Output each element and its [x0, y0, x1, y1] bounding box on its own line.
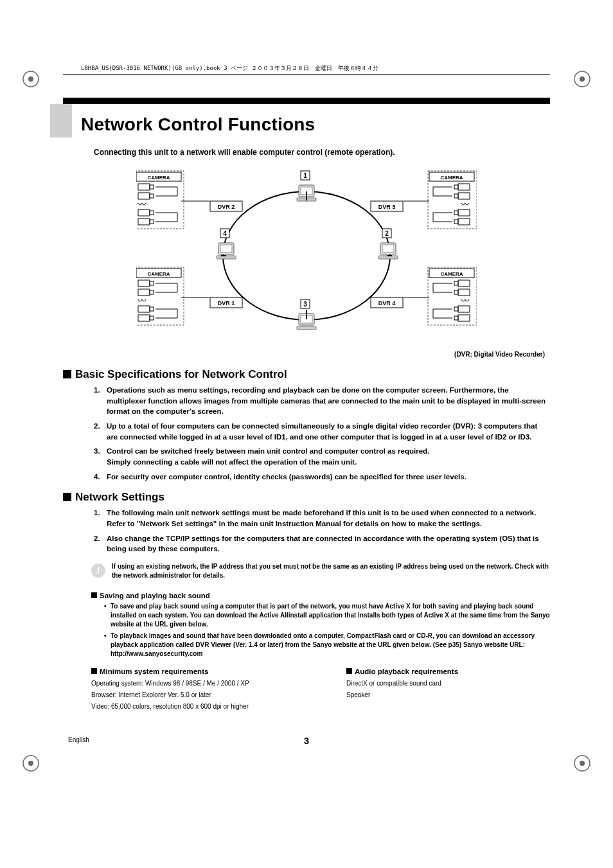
req-line: Operating system: Windows 98 / 98SE / Me…: [91, 679, 295, 688]
footer-page-number: 3: [304, 735, 309, 746]
crop-mark-icon: [19, 752, 42, 775]
svg-text:CAMERA: CAMERA: [147, 175, 170, 181]
crop-mark-icon: [571, 752, 594, 775]
network-list: The following main unit network settings…: [63, 508, 550, 554]
intro-text: Connecting this unit to a network will e…: [94, 148, 550, 157]
min-req-col: Minimum system requirements Operating sy…: [91, 668, 295, 714]
req-line: DirectX or compatible sound card: [346, 679, 550, 688]
list-item: To playback images and sound that have b…: [104, 632, 550, 659]
crop-mark-icon: [19, 67, 42, 91]
list-item: The following main unit network settings…: [94, 508, 550, 529]
network-diagram: DVR 2 DVR 3 DVR 1 DVR 4 1 2 3 4 CAMERA: [136, 166, 477, 346]
diagram-caption: (DVR: Digital Video Recorder): [63, 351, 550, 358]
svg-text:3: 3: [303, 301, 307, 308]
svg-point-5: [28, 761, 33, 766]
subheading-sound: Saving and playing back sound: [91, 592, 550, 599]
svg-text:DVR 1: DVR 1: [218, 300, 235, 306]
sound-bullets: To save and play back sound using a comp…: [94, 602, 550, 659]
svg-point-7: [580, 761, 585, 766]
svg-text:DVR 4: DVR 4: [378, 300, 396, 306]
req-line: Browser: Internet Explorer Ver. 5.0 or l…: [91, 691, 295, 700]
svg-text:CAMERA: CAMERA: [147, 271, 170, 277]
section-heading-basic: Basic Specifications for Network Control: [63, 368, 550, 381]
audio-req-heading: Audio playback requirements: [355, 668, 458, 675]
page-title: Network Control Functions: [81, 114, 315, 135]
section-heading-network: Network Settings: [63, 491, 550, 504]
list-item: For security over computer control, iden…: [94, 472, 550, 483]
list-item: To save and play back sound using a comp…: [104, 602, 550, 629]
svg-text:CAMERA: CAMERA: [440, 175, 463, 181]
note-text: If using an existing network, the IP add…: [112, 562, 550, 580]
svg-point-1: [28, 76, 33, 82]
svg-text:2: 2: [385, 230, 389, 237]
basic-spec-list: Operations such as menu settings, record…: [63, 385, 550, 482]
requirements-columns: Minimum system requirements Operating sy…: [91, 668, 550, 714]
list-item: Control can be switched freely between m…: [94, 446, 550, 467]
svg-text:DVR 3: DVR 3: [378, 204, 396, 210]
req-line: Speaker: [346, 691, 550, 700]
svg-text:1: 1: [303, 172, 307, 179]
list-item: Also change the TCP/IP settings for the …: [94, 533, 550, 554]
req-line: Video: 65,000 colors, resolution 800 x 6…: [91, 702, 295, 711]
list-item: Operations such as menu settings, record…: [94, 385, 550, 417]
audio-req-col: Audio playback requirements DirectX or c…: [346, 668, 550, 714]
header-path: L8HBA_US(DSR-3016 NETWORK)(GB only).book…: [63, 64, 550, 75]
svg-text:4: 4: [223, 230, 227, 237]
crop-mark-icon: [571, 67, 594, 91]
page-root: L8HBA_US(DSR-3016 NETWORK)(GB only).book…: [0, 0, 613, 868]
title-bar: Network Control Functions: [63, 98, 550, 132]
list-item: Up to a total of four computers can be c…: [94, 421, 550, 442]
svg-point-3: [580, 76, 585, 82]
svg-text:CAMERA: CAMERA: [440, 271, 463, 277]
footer-language: English: [68, 736, 89, 743]
min-req-heading: Minimum system requirements: [100, 668, 208, 675]
svg-text:DVR 2: DVR 2: [218, 204, 235, 210]
page-footer: English 3: [63, 735, 550, 746]
note-block: ! If using an existing network, the IP a…: [91, 562, 550, 580]
info-icon: !: [91, 563, 105, 578]
